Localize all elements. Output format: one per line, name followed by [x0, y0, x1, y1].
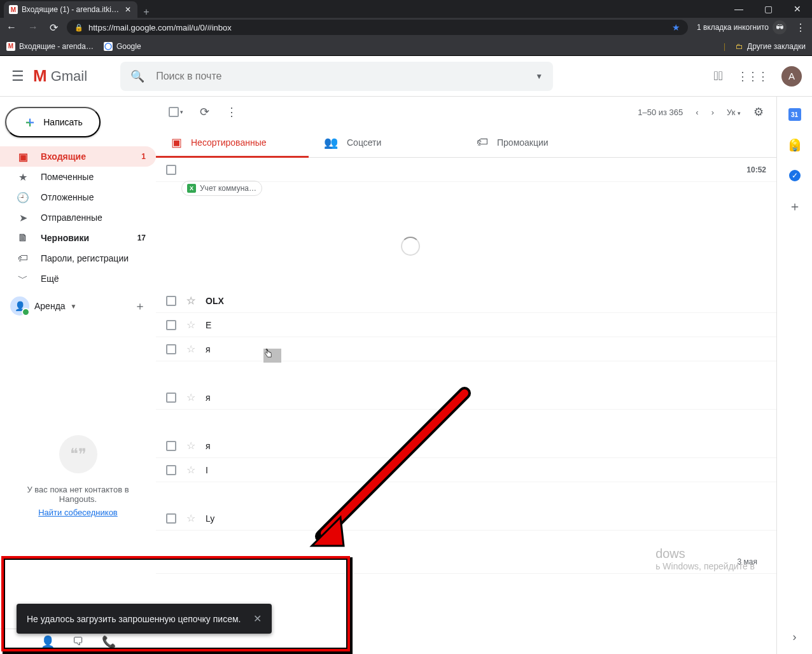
- row-checkbox[interactable]: [166, 441, 176, 451]
- add-addon-icon[interactable]: ＋: [788, 200, 801, 212]
- settings-gear-icon[interactable]: ⚙: [753, 105, 764, 119]
- mail-list[interactable]: 10:52 X Учет коммуна… ☆ OLX ☆ E: [156, 158, 776, 654]
- search-options-icon[interactable]: ▼: [535, 72, 543, 81]
- browser-tab-strip: M Входящие (1) - arenda.itkit@gm… ✕ + — …: [0, 0, 812, 18]
- bookmark-icon: [104, 42, 113, 51]
- star-icon[interactable]: ☆: [186, 464, 195, 476]
- chats-tab-icon[interactable]: 🗨: [73, 635, 84, 648]
- star-icon[interactable]: ☆: [186, 512, 195, 524]
- folder-drafts[interactable]: 🗎 Черновики 17: [0, 228, 156, 248]
- mail-row[interactable]: артн… 3 мая: [156, 550, 776, 574]
- input-lang[interactable]: Ук ▾: [727, 108, 741, 117]
- toast-close-icon[interactable]: ✕: [253, 613, 262, 625]
- contacts-tab-icon[interactable]: 👤: [41, 635, 55, 649]
- search-input[interactable]: [155, 70, 525, 83]
- select-all-checkbox[interactable]: ▾: [169, 107, 183, 117]
- more-actions-icon[interactable]: ⋮: [226, 105, 237, 119]
- next-page-icon[interactable]: ›: [711, 108, 714, 117]
- star-icon[interactable]: ☆: [186, 295, 195, 307]
- other-bookmarks[interactable]: 🗀 Другие закладки: [736, 42, 806, 51]
- hangouts-username: Аренда: [34, 301, 66, 311]
- window-controls: — ▢ ✕: [724, 0, 812, 18]
- tab-close-icon[interactable]: ✕: [123, 5, 132, 14]
- attachment-chip[interactable]: X Учет коммуна…: [181, 181, 262, 196]
- incognito-icon[interactable]: 🕶: [773, 20, 787, 34]
- star-icon[interactable]: ☆: [186, 391, 195, 403]
- star-icon[interactable]: ☆: [186, 440, 195, 452]
- row-checkbox[interactable]: [166, 165, 176, 175]
- refresh-icon[interactable]: ⟳: [200, 105, 209, 119]
- browser-address-bar: ← → ⟳ 🔒 https://mail.google.com/mail/u/0…: [0, 18, 812, 37]
- bookmark-star-icon[interactable]: ★: [672, 22, 680, 32]
- mail-row[interactable]: 10:52: [156, 158, 776, 182]
- search-icon[interactable]: 🔍: [130, 69, 144, 83]
- row-checkbox[interactable]: [166, 465, 176, 475]
- reload-icon[interactable]: ⟳: [50, 22, 58, 34]
- prev-page-icon[interactable]: ‹: [696, 108, 698, 117]
- mail-row[interactable]: ☆ OLX: [156, 289, 776, 313]
- maximize-icon[interactable]: ▢: [753, 0, 783, 18]
- keep-icon[interactable]: 💡: [788, 139, 801, 151]
- url-bar[interactable]: 🔒 https://mail.google.com/mail/u/0/#inbo…: [67, 20, 688, 35]
- browser-tab[interactable]: M Входящие (1) - arenda.itkit@gm… ✕: [4, 1, 137, 18]
- mail-row[interactable]: ☆ я: [156, 337, 776, 361]
- collapse-panel-icon[interactable]: ›: [793, 630, 797, 644]
- inbox-icon: ▣: [17, 151, 29, 163]
- tab-promotions[interactable]: 🏷 Промоакции: [461, 127, 614, 157]
- folder-more[interactable]: ﹀ Ещё: [0, 268, 156, 289]
- compose-button[interactable]: ＋ Написать: [5, 107, 101, 137]
- mail-sender: E: [206, 320, 320, 330]
- back-icon[interactable]: ←: [6, 22, 17, 34]
- minimize-icon[interactable]: —: [724, 0, 753, 18]
- tab-label: Промоакции: [497, 137, 549, 148]
- plus-icon: ＋: [23, 113, 36, 132]
- apps-grid-icon[interactable]: ⋮⋮⋮: [737, 69, 767, 83]
- new-tab-button[interactable]: +: [137, 6, 155, 18]
- folder-label: Отложенные: [41, 192, 146, 202]
- folder-label: Отправленные: [41, 212, 146, 223]
- folder-snoozed[interactable]: 🕘 Отложенные: [0, 187, 156, 207]
- mail-row[interactable]: ☆ Ly: [156, 506, 776, 531]
- tasks-icon[interactable]: ✓: [788, 169, 801, 182]
- side-panel: 31 💡 ✓ ＋ ›: [776, 97, 812, 654]
- star-icon[interactable]: ☆: [186, 319, 195, 331]
- row-checkbox[interactable]: [166, 393, 176, 403]
- mail-row[interactable]: ☆ I: [156, 458, 776, 482]
- browser-menu-icon[interactable]: ⋮: [795, 22, 806, 34]
- row-checkbox[interactable]: [166, 296, 176, 306]
- calls-tab-icon[interactable]: 📞: [102, 635, 116, 649]
- hangouts-user[interactable]: 👤 Аренда ▼ ＋: [0, 289, 156, 323]
- tab-social[interactable]: 👥 Соцсети: [309, 127, 461, 157]
- calendar-icon[interactable]: 31: [788, 108, 801, 121]
- user-avatar-icon: 👤: [10, 296, 29, 316]
- clock-icon: 🕘: [17, 191, 29, 204]
- bookmark-item[interactable]: M Входящие - arenda…: [6, 42, 94, 51]
- chevron-down-icon: ﹀: [17, 272, 29, 286]
- forward-icon[interactable]: →: [28, 22, 38, 34]
- folder-starred[interactable]: ★ Помеченные: [0, 167, 156, 187]
- folder-sent[interactable]: ➤ Отправленные: [0, 207, 156, 228]
- mail-row[interactable]: ☆ E: [156, 313, 776, 337]
- row-checkbox[interactable]: [166, 320, 176, 330]
- mail-sender: Ly: [206, 513, 320, 524]
- close-window-icon[interactable]: ✕: [783, 0, 812, 18]
- tab-primary[interactable]: ▣ Несортированные: [156, 127, 309, 157]
- star-icon[interactable]: ☆: [186, 343, 195, 355]
- search-bar[interactable]: 🔍 ▼: [120, 62, 553, 91]
- mail-row[interactable]: ☆ я: [156, 434, 776, 458]
- row-checkbox[interactable]: [166, 513, 176, 524]
- bookmark-item[interactable]: Google: [104, 42, 141, 51]
- main-menu-icon[interactable]: ☰: [10, 68, 25, 85]
- mail-sender: OLX: [206, 296, 320, 306]
- mail-row[interactable]: ☆ я: [156, 386, 776, 410]
- folder-custom-passwords[interactable]: 🏷 Пароли, регистрации: [0, 248, 156, 268]
- gmail-logo[interactable]: M Gmail: [33, 66, 87, 86]
- row-checkbox[interactable]: [166, 344, 176, 354]
- folder-inbox[interactable]: ▣ Входящие 1: [0, 146, 156, 167]
- new-chat-icon[interactable]: ＋: [134, 298, 146, 314]
- account-avatar[interactable]: А: [781, 66, 802, 87]
- bookmark-label: Google: [116, 42, 141, 51]
- help-icon[interactable]: ？⃝: [713, 69, 723, 83]
- find-contacts-link[interactable]: Найти собеседников: [38, 508, 118, 517]
- chevron-down-icon[interactable]: ▼: [71, 303, 77, 310]
